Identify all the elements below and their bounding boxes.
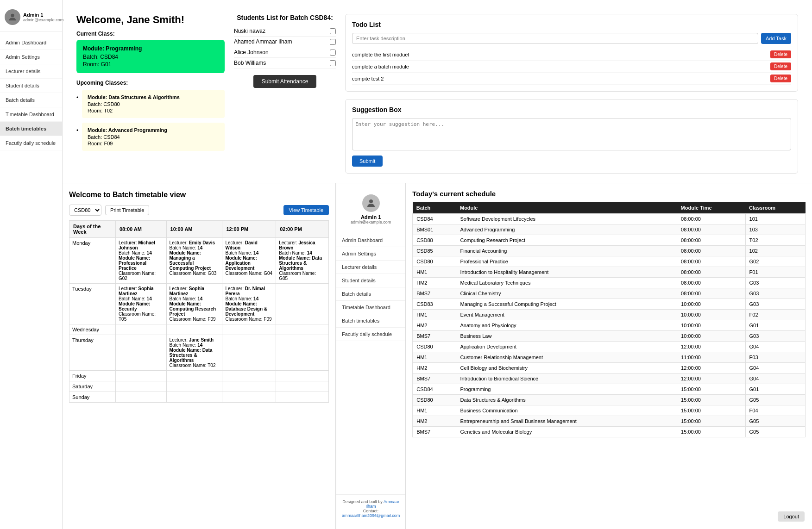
- delete-button-1[interactable]: Delete: [770, 62, 791, 70]
- admin-nav-item-2[interactable]: Lecturer details: [336, 261, 405, 274]
- print-button[interactable]: Print Timetable: [105, 205, 149, 215]
- admin-nav-items: Admin DashboardAdmin SettingsLecturer de…: [336, 234, 405, 341]
- sidebar: Admin 1 admin@example.com Admin Dashboar…: [0, 0, 63, 529]
- schedule-classroom-14: G04: [745, 363, 805, 373]
- footer-author-link[interactable]: Ammaar Ilham: [366, 499, 399, 509]
- admin-nav-item-4[interactable]: Batch details: [336, 287, 405, 301]
- cell-lecturer: Lecturer: Sophia Martinez: [119, 286, 164, 296]
- schedule-row-5: HM1Introduction to Hospitality Managemen…: [413, 267, 806, 278]
- schedule-row-13: HM1Customer Relationship Management11:00…: [413, 352, 806, 363]
- timetable-cell-2-0: [116, 324, 167, 335]
- admin-name: Admin 1: [361, 214, 381, 220]
- timetable-cell-5-0: [116, 381, 167, 392]
- admin-nav-item-7[interactable]: Facutly daily schedule: [336, 328, 405, 341]
- timetable-day-4: Friday: [69, 371, 116, 381]
- schedule-time-14: 12:00:00: [677, 363, 745, 373]
- cell-classroom: Classroom Name: F09: [170, 317, 220, 322]
- schedule-batch-13: HM1: [413, 352, 456, 363]
- sidebar-nav-item-3[interactable]: Student details: [0, 79, 62, 93]
- footer-contact-link[interactable]: ammaarIlham2096@gmail.com: [342, 513, 400, 518]
- admin-email: admin@example.com: [351, 220, 391, 224]
- timetable-cell-4-1: [166, 371, 222, 381]
- schedule-classroom-19: G05: [745, 416, 805, 427]
- timetable-cell-6-1: [166, 392, 222, 403]
- schedule-row-6: HM2Medical Laboratory Techniques08:00:00…: [413, 278, 806, 288]
- admin-nav-item-5[interactable]: Timetable Dashboard: [336, 301, 405, 314]
- schedule-row-15: BMS7Introduction to Biomedical Science12…: [413, 373, 806, 384]
- cell-module: Module Name: Data Structures & Algorithm…: [279, 255, 326, 271]
- student-checkbox-1[interactable]: [330, 39, 336, 45]
- suggestion-panel: Suggestion Box Submit: [345, 99, 798, 174]
- sidebar-nav-item-6[interactable]: Batch timetables: [0, 122, 62, 136]
- batch-select[interactable]: CSD80CSD84CSD88: [69, 205, 101, 216]
- timetable-controls: CSD80CSD84CSD88 Print Timetable View Tim…: [69, 205, 329, 216]
- sidebar-nav-item-7[interactable]: Facutly daily schedule: [0, 136, 62, 150]
- schedule-classroom-0: 101: [745, 214, 805, 224]
- timetable-day-1: Tuesday: [69, 284, 116, 324]
- footer-designed: Designed and built by Ammaar Ilham: [342, 499, 400, 509]
- upcoming-room-1: Room: F09: [88, 141, 219, 146]
- timetable-cell-6-0: [116, 392, 167, 403]
- admin-nav-item-1[interactable]: Admin Settings: [336, 247, 405, 261]
- upcoming-classes: Module: Data Structures & Algorithms Bat…: [76, 90, 225, 151]
- schedule-batch-12: CSD80: [413, 342, 456, 352]
- sidebar-nav-item-1[interactable]: Admin Settings: [0, 50, 62, 64]
- students-title: Students List for Batch CSD84:: [234, 14, 336, 21]
- sidebar-nav-item-5[interactable]: Timetable Dashboard: [0, 107, 62, 122]
- timetable-cell-0-2: Lecturer: David Wilson Batch Name: 14 Mo…: [222, 238, 276, 284]
- schedule-row-4: CSD80Professional Practice08:00:00G02: [413, 256, 806, 267]
- upcoming-item-0: Module: Data Structures & Algorithms Bat…: [82, 90, 225, 118]
- timetable-cell-1-1: Lecturer: Sophia Martinez Batch Name: 14…: [166, 284, 222, 324]
- todo-item-1: complete a batch module Delete: [352, 61, 791, 73]
- schedule-title: Today's current schedule: [412, 190, 806, 198]
- timetable-day-5: Saturday: [69, 381, 116, 392]
- submit-attendance-button[interactable]: Submit Attendance: [253, 75, 317, 88]
- add-task-button[interactable]: Add Task: [761, 33, 791, 44]
- sidebar-nav-item-0[interactable]: Admin Dashboard: [0, 36, 62, 50]
- student-checkbox-3[interactable]: [330, 60, 336, 66]
- delete-button-2[interactable]: Delete: [770, 75, 791, 82]
- submit-suggestion-button[interactable]: Submit: [352, 156, 383, 167]
- schedule-row-19: HM2Entrepreneurship and Small Business M…: [413, 416, 806, 427]
- schedule-module-9: Event Management: [456, 310, 677, 320]
- timetable-cell-0-0: Lecturer: Michael Johnson Batch Name: 14…: [116, 238, 167, 284]
- todo-panel: Todo List Add Task complete the first mo…: [345, 14, 798, 92]
- admin-nav-item-3[interactable]: Student details: [336, 274, 405, 287]
- schedule-module-16: Programming: [456, 384, 677, 395]
- sidebar-username: Admin 1: [23, 12, 63, 18]
- sidebar-nav-item-4[interactable]: Batch details: [0, 93, 62, 107]
- schedule-row-18: HM1Business Communication15:00:00F04: [413, 405, 806, 416]
- suggestion-textarea[interactable]: [352, 118, 791, 150]
- delete-button-0[interactable]: Delete: [770, 50, 791, 58]
- schedule-module-8: Managing a Successful Computing Project: [456, 299, 677, 310]
- student-checkbox-2[interactable]: [330, 50, 336, 56]
- cell-classroom: Classroom Name: G05: [279, 271, 326, 281]
- schedule-row-9: HM1Event Management10:00:00F02: [413, 310, 806, 320]
- sidebar-nav-item-2[interactable]: Lecturer details: [0, 64, 62, 79]
- todo-text-0: complete the first moduel: [352, 52, 409, 57]
- timetable-cell-5-1: [166, 381, 222, 392]
- footer-contact: Contact: ammaarIlham2096@gmail.com: [342, 509, 400, 518]
- cell-batch: Batch Name: 14: [225, 250, 273, 255]
- admin-nav-item-6[interactable]: Batch timetables: [336, 314, 405, 328]
- timetable-col-2: 10:00 AM: [166, 221, 222, 238]
- logout-button[interactable]: Logout: [778, 511, 805, 522]
- cell-batch: Batch Name: 14: [170, 245, 220, 250]
- schedule-time-17: 15:00:00: [677, 395, 745, 405]
- schedule-time-13: 11:00:00: [677, 352, 745, 363]
- todo-input[interactable]: [352, 33, 758, 44]
- schedule-time-18: 15:00:00: [677, 405, 745, 416]
- schedule-batch-4: CSD80: [413, 256, 456, 267]
- schedule-time-2: 08:00:00: [677, 235, 745, 246]
- admin-nav-item-0[interactable]: Admin Dashboard: [336, 234, 405, 247]
- schedule-time-5: 08:00:00: [677, 267, 745, 278]
- welcome-panel: Welcome, Jane Smith! Current Class: Modu…: [76, 14, 225, 174]
- cell-classroom: Classroom Name: G02: [119, 271, 164, 281]
- admin-footer: Designed and built by Ammaar Ilham Conta…: [336, 494, 405, 523]
- student-checkbox-0[interactable]: [330, 28, 336, 34]
- cell-module: Module Name: Application Development: [225, 255, 273, 271]
- timetable-cell-5-3: [276, 381, 329, 392]
- schedule-batch-20: BMS7: [413, 427, 456, 437]
- right-panels: Todo List Add Task complete the first mo…: [345, 14, 798, 174]
- view-timetable-button[interactable]: View Timetable: [283, 205, 329, 215]
